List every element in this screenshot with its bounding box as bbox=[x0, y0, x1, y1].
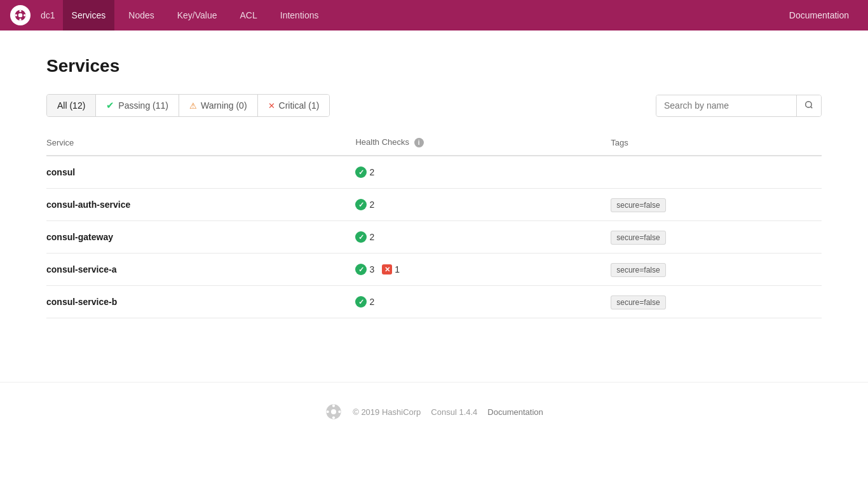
health-checks-cell: ✓2 bbox=[355, 189, 611, 221]
filter-warning[interactable]: ⚠ Warning (0) bbox=[179, 95, 258, 116]
footer-copyright: © 2019 HashiCorp bbox=[353, 407, 421, 417]
col-tags: Tags bbox=[611, 132, 822, 156]
svg-point-10 bbox=[332, 405, 335, 407]
navbar: dc1 Services Nodes Key/Value ACL Intenti… bbox=[0, 0, 868, 30]
page-title: Services bbox=[46, 56, 822, 76]
service-name-cell: consul-gateway bbox=[46, 221, 355, 254]
page-content: Services All (12) ✔ Passing (11) ⚠ Warni… bbox=[21, 30, 847, 318]
passing-check-icon: ✔ bbox=[106, 100, 114, 111]
pass-check-icon: ✓ bbox=[355, 264, 367, 275]
service-name-cell: consul bbox=[46, 156, 355, 189]
service-tag: secure=false bbox=[611, 263, 665, 277]
health-pass-item: ✓2 bbox=[355, 166, 374, 178]
health-pass-item: ✓2 bbox=[355, 296, 374, 308]
nav-intentions[interactable]: Intentions bbox=[271, 0, 328, 30]
svg-point-13 bbox=[338, 410, 341, 413]
service-tag: secure=false bbox=[611, 198, 665, 212]
health-checks-info-icon[interactable]: i bbox=[414, 138, 424, 147]
footer: © 2019 HashiCorp Consul 1.4.4 Documentat… bbox=[0, 382, 868, 441]
health-checks-cell: ✓2 bbox=[355, 156, 611, 189]
search-box bbox=[656, 95, 822, 117]
col-health-checks: Health Checks i bbox=[355, 132, 611, 156]
footer-version: Consul 1.4.4 bbox=[431, 407, 477, 417]
navbar-right: Documentation bbox=[780, 0, 858, 30]
pass-count: 2 bbox=[369, 297, 374, 307]
pass-count: 2 bbox=[369, 200, 374, 210]
filter-warning-label: Warning (0) bbox=[201, 100, 247, 111]
svg-point-9 bbox=[331, 409, 336, 414]
service-name-cell: consul-auth-service bbox=[46, 189, 355, 221]
fail-check-icon: ✕ bbox=[382, 264, 392, 274]
navbar-left: dc1 Services Nodes Key/Value ACL Intenti… bbox=[10, 0, 327, 30]
service-name: consul-service-a bbox=[46, 264, 117, 274]
table-row[interactable]: consul-gateway✓2secure=false bbox=[46, 221, 822, 254]
pass-count: 2 bbox=[369, 167, 374, 177]
health-pass-item: ✓2 bbox=[355, 199, 374, 210]
tags-cell: secure=false bbox=[611, 221, 822, 254]
service-name-cell: consul-service-a bbox=[46, 254, 355, 286]
service-name: consul-service-b bbox=[46, 297, 117, 307]
table-row[interactable]: consul✓2 bbox=[46, 156, 822, 189]
table-row[interactable]: consul-service-a✓3✕1secure=false bbox=[46, 254, 822, 286]
service-name: consul-auth-service bbox=[46, 200, 130, 210]
service-name-cell: consul-service-b bbox=[46, 286, 355, 318]
table-header: Service Health Checks i Tags bbox=[46, 132, 822, 156]
footer-inner: © 2019 HashiCorp Consul 1.4.4 Documentat… bbox=[20, 403, 848, 421]
service-tag: secure=false bbox=[611, 295, 665, 309]
health-checks-cell: ✓3✕1 bbox=[355, 254, 611, 286]
health-pass-item: ✓2 bbox=[355, 231, 374, 243]
pass-check-icon: ✓ bbox=[355, 199, 367, 210]
fail-count: 1 bbox=[395, 264, 400, 274]
pass-check-icon: ✓ bbox=[355, 166, 367, 178]
dc-label: dc1 bbox=[41, 10, 55, 20]
pass-count: 3 bbox=[369, 264, 374, 274]
nav-documentation[interactable]: Documentation bbox=[780, 0, 858, 30]
filter-passing-label: Passing (11) bbox=[118, 100, 168, 111]
footer-documentation-link[interactable]: Documentation bbox=[487, 407, 543, 417]
service-name: consul bbox=[46, 167, 75, 177]
svg-point-3 bbox=[19, 18, 21, 20]
services-table: Service Health Checks i Tags consul✓2con… bbox=[46, 132, 822, 318]
nav-services[interactable]: Services bbox=[63, 0, 115, 30]
service-tag: secure=false bbox=[611, 231, 665, 245]
consul-logo bbox=[10, 5, 31, 25]
health-checks-cell: ✓2 bbox=[355, 221, 611, 254]
pass-check-icon: ✓ bbox=[355, 231, 367, 243]
health-pass-item: ✓3 bbox=[355, 264, 374, 275]
svg-line-7 bbox=[811, 106, 813, 108]
filter-critical-label: Critical (1) bbox=[279, 100, 320, 111]
svg-point-5 bbox=[24, 14, 25, 16]
pass-check-icon: ✓ bbox=[355, 296, 367, 308]
tags-cell bbox=[611, 156, 822, 189]
health-fail-item: ✕1 bbox=[382, 264, 400, 274]
filter-all-label: All (12) bbox=[57, 100, 85, 111]
nav-keyvalue[interactable]: Key/Value bbox=[168, 0, 226, 30]
svg-point-1 bbox=[18, 13, 23, 18]
filter-all[interactable]: All (12) bbox=[47, 95, 96, 116]
table-row[interactable]: consul-service-b✓2secure=false bbox=[46, 286, 822, 318]
nav-acl[interactable]: ACL bbox=[231, 0, 266, 30]
search-button[interactable] bbox=[796, 95, 821, 116]
pass-count: 2 bbox=[369, 232, 374, 242]
svg-point-11 bbox=[332, 416, 335, 419]
svg-point-12 bbox=[327, 410, 329, 413]
warning-triangle-icon: ⚠ bbox=[189, 101, 197, 111]
filter-passing[interactable]: ✔ Passing (11) bbox=[96, 95, 179, 116]
svg-point-6 bbox=[806, 101, 811, 107]
filter-bar: All (12) ✔ Passing (11) ⚠ Warning (0) ✕ … bbox=[46, 94, 822, 117]
health-checks-cell: ✓2 bbox=[355, 286, 611, 318]
table-row[interactable]: consul-auth-service✓2secure=false bbox=[46, 189, 822, 221]
tags-cell: secure=false bbox=[611, 286, 822, 318]
filter-critical[interactable]: ✕ Critical (1) bbox=[258, 95, 330, 116]
nav-nodes[interactable]: Nodes bbox=[119, 0, 163, 30]
col-service: Service bbox=[46, 132, 355, 156]
tags-cell: secure=false bbox=[611, 254, 822, 286]
footer-logo-icon bbox=[325, 403, 342, 421]
critical-x-icon: ✕ bbox=[268, 101, 275, 111]
svg-point-4 bbox=[15, 14, 17, 16]
search-input[interactable] bbox=[656, 95, 796, 116]
filter-tabs: All (12) ✔ Passing (11) ⚠ Warning (0) ✕ … bbox=[46, 94, 330, 117]
services-tbody: consul✓2consul-auth-service✓2secure=fals… bbox=[46, 156, 822, 318]
service-name: consul-gateway bbox=[46, 232, 113, 242]
svg-point-2 bbox=[19, 10, 21, 12]
